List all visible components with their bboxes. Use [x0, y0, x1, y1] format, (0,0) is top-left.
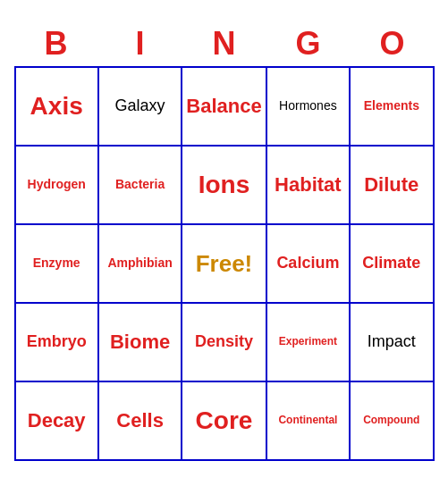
- bingo-cell-24: Compound: [351, 382, 434, 461]
- bingo-cell-4: Elements: [351, 68, 434, 147]
- header-letter-G: G: [269, 25, 348, 63]
- cell-text-8: Habitat: [275, 174, 342, 196]
- bingo-cell-11: Amphibian: [99, 225, 182, 304]
- bingo-cell-22: Core: [182, 382, 266, 461]
- bingo-card: BINGO AxisGalaxyBalanceHormonesElementsH…: [14, 25, 435, 461]
- cell-text-16: Biome: [110, 331, 170, 353]
- cell-text-12: Free!: [196, 250, 253, 278]
- bingo-cell-3: Hormones: [267, 68, 351, 147]
- cell-text-13: Calcium: [276, 255, 339, 272]
- bingo-cell-2: Balance: [182, 68, 266, 147]
- bingo-cell-9: Dilute: [351, 147, 434, 225]
- cell-text-3: Hormones: [279, 99, 337, 113]
- cell-text-22: Core: [196, 407, 253, 435]
- bingo-cell-16: Biome: [99, 304, 182, 382]
- bingo-grid: AxisGalaxyBalanceHormonesElementsHydroge…: [14, 66, 435, 461]
- header-letter-B: B: [17, 25, 96, 63]
- cell-text-14: Climate: [362, 255, 420, 272]
- bingo-header: BINGO: [14, 25, 435, 63]
- cell-text-19: Impact: [368, 333, 416, 351]
- bingo-cell-21: Cells: [99, 382, 182, 461]
- cell-text-23: Continental: [278, 415, 337, 426]
- cell-text-0: Axis: [30, 93, 83, 121]
- bingo-cell-10: Enzyme: [16, 225, 99, 304]
- bingo-cell-5: Hydrogen: [16, 147, 99, 225]
- cell-text-9: Dilute: [364, 174, 418, 196]
- cell-text-24: Compound: [363, 415, 419, 426]
- header-letter-I: I: [101, 25, 180, 63]
- bingo-cell-7: Ions: [182, 147, 266, 225]
- bingo-cell-18: Experiment: [267, 304, 351, 382]
- cell-text-5: Hydrogen: [28, 178, 86, 191]
- bingo-cell-19: Impact: [351, 304, 434, 382]
- cell-text-4: Elements: [364, 99, 419, 113]
- cell-text-21: Cells: [116, 410, 164, 432]
- bingo-cell-13: Calcium: [267, 225, 351, 304]
- cell-text-17: Density: [195, 333, 253, 351]
- header-letter-N: N: [185, 25, 264, 63]
- bingo-cell-20: Decay: [16, 382, 99, 461]
- bingo-cell-0: Axis: [16, 68, 99, 147]
- cell-text-10: Enzyme: [33, 256, 80, 270]
- bingo-cell-1: Galaxy: [99, 68, 182, 147]
- bingo-cell-17: Density: [182, 304, 266, 382]
- bingo-cell-6: Bacteria: [99, 147, 182, 225]
- bingo-cell-23: Continental: [267, 382, 351, 461]
- cell-text-2: Balance: [186, 96, 261, 117]
- cell-text-7: Ions: [199, 172, 250, 199]
- cell-text-6: Bacteria: [115, 178, 165, 191]
- cell-text-15: Embryo: [27, 333, 87, 351]
- bingo-cell-8: Habitat: [267, 147, 351, 225]
- bingo-cell-14: Climate: [351, 225, 434, 304]
- header-letter-O: O: [353, 25, 432, 63]
- cell-text-11: Amphibian: [107, 256, 172, 270]
- cell-text-1: Galaxy: [115, 97, 165, 115]
- cell-text-18: Experiment: [279, 336, 337, 348]
- bingo-cell-15: Embryo: [16, 304, 99, 382]
- cell-text-20: Decay: [28, 410, 86, 432]
- bingo-cell-12: Free!: [182, 225, 266, 304]
